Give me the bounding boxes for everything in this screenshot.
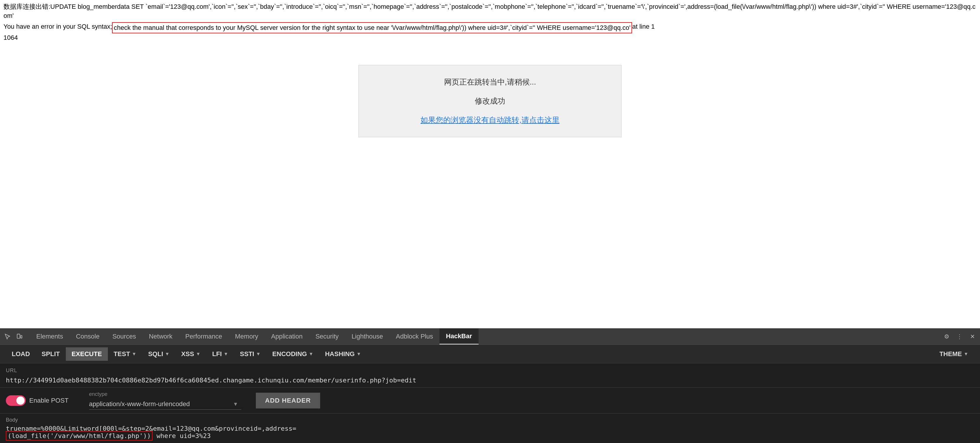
lfi-arrow: ▼ (224, 351, 228, 357)
test-arrow: ▼ (132, 351, 137, 357)
lfi-button[interactable]: LFI ▼ (207, 347, 234, 361)
encoding-arrow: ▼ (309, 351, 313, 357)
sqli-arrow: ▼ (165, 351, 170, 357)
ssti-button[interactable]: SSTI ▼ (234, 347, 267, 361)
body-label: Body (6, 417, 974, 423)
tab-performance[interactable]: Performance (179, 328, 229, 344)
devtools-tabbar: Elements Console Sources Network Perform… (0, 328, 980, 345)
svg-rect-1 (21, 335, 22, 338)
url-section: URL http://344991d0aeb8488382b704c0886e8… (0, 363, 980, 388)
error-highlight: check the manual that corresponds to you… (112, 22, 632, 33)
inspect-icon[interactable] (3, 332, 12, 341)
hackbar-toolbar: LOAD SPLIT EXECUTE TEST ▼ SQLI ▼ XSS ▼ L… (0, 345, 980, 363)
sqli-button[interactable]: SQLI ▼ (142, 347, 175, 361)
xss-button[interactable]: XSS ▼ (175, 347, 207, 361)
close-icon[interactable]: ✕ (968, 332, 977, 341)
body-line2-highlight: (load_file('/var/www/html/flag.php')) (6, 431, 153, 441)
tab-network[interactable]: Network (142, 328, 179, 344)
body-content[interactable]: truename=%0000&Limitword[000l=&step=2&em… (6, 425, 974, 440)
xss-arrow: ▼ (196, 351, 200, 357)
add-header-button[interactable]: ADD HEADER (256, 393, 320, 408)
theme-button[interactable]: THEME ▼ (934, 347, 974, 361)
tab-adblock[interactable]: Adblock Plus (390, 328, 439, 344)
tab-sources[interactable]: Sources (106, 328, 142, 344)
toggle-switch[interactable] (6, 395, 26, 406)
error-line1: 数据库连接出错:UPDATE blog_memberdata SET `emai… (3, 2, 977, 21)
devtools-right-icons: ⚙ ⋮ ✕ (942, 332, 977, 341)
devtools-icon-group (3, 332, 24, 341)
tab-application[interactable]: Application (264, 328, 309, 344)
body-line2-after: where uid=3%23 (156, 432, 210, 440)
theme-arrow: ▼ (964, 351, 968, 357)
ssti-arrow: ▼ (256, 351, 261, 357)
execute-button[interactable]: EXECUTE (66, 347, 108, 361)
enable-post-label: Enable POST (29, 397, 69, 405)
device-icon[interactable] (14, 332, 24, 341)
tab-memory[interactable]: Memory (229, 328, 264, 344)
tab-hackbar[interactable]: HackBar (439, 328, 478, 344)
tab-security[interactable]: Security (309, 328, 345, 344)
devtools-tabs: Elements Console Sources Network Perform… (30, 328, 942, 344)
redirect-line2: 修改成功 (364, 96, 616, 106)
hashing-arrow: ▼ (356, 351, 361, 357)
error-line2: You have an error in your SQL syntax; ch… (3, 22, 977, 33)
split-button[interactable]: SPLIT (36, 347, 65, 361)
redirect-line1: 网页正在跳转当中,请稍候... (364, 77, 616, 87)
more-icon[interactable]: ⋮ (955, 332, 964, 341)
url-value[interactable]: http://344991d0aeb8488382b704c0886e82bd9… (6, 375, 974, 385)
enctype-label: enctype (89, 391, 241, 397)
post-section: Enable POST enctype application/x-www-fo… (0, 388, 980, 413)
tab-lighthouse[interactable]: Lighthouse (345, 328, 390, 344)
redirect-box: 网页正在跳转当中,请稍候... 修改成功 如果您的浏览器没有自动跳转,请点击这里 (358, 65, 622, 137)
devtools-panel: Elements Console Sources Network Perform… (0, 328, 980, 443)
test-button[interactable]: TEST ▼ (108, 347, 142, 361)
tab-console[interactable]: Console (70, 328, 106, 344)
enable-post-toggle[interactable]: Enable POST (6, 395, 69, 406)
redirect-line3[interactable]: 如果您的浏览器没有自动跳转,请点击这里 (364, 115, 616, 125)
hashing-button[interactable]: HASHING ▼ (319, 347, 367, 361)
enctype-group: enctype application/x-www-form-urlencode… (89, 391, 241, 410)
error-before: You have an error in your SQL syntax; (3, 22, 112, 31)
error-line3: 1064 (3, 34, 977, 41)
enctype-select[interactable]: application/x-www-form-urlencoded (89, 398, 241, 410)
svg-rect-0 (17, 334, 20, 338)
page-content: 数据库连接出错:UPDATE blog_memberdata SET `emai… (0, 0, 980, 228)
tab-elements[interactable]: Elements (30, 328, 70, 344)
url-label: URL (6, 368, 974, 374)
encoding-button[interactable]: ENCODING ▼ (266, 347, 319, 361)
body-section: Body truename=%0000&Limitword[000l=&step… (0, 413, 980, 443)
load-button[interactable]: LOAD (6, 347, 36, 361)
error-after: at line 1 (632, 22, 655, 31)
enctype-select-container: application/x-www-form-urlencoded ▼ (89, 398, 241, 410)
settings-icon[interactable]: ⚙ (942, 332, 951, 341)
post-row: Enable POST enctype application/x-www-fo… (6, 391, 974, 410)
